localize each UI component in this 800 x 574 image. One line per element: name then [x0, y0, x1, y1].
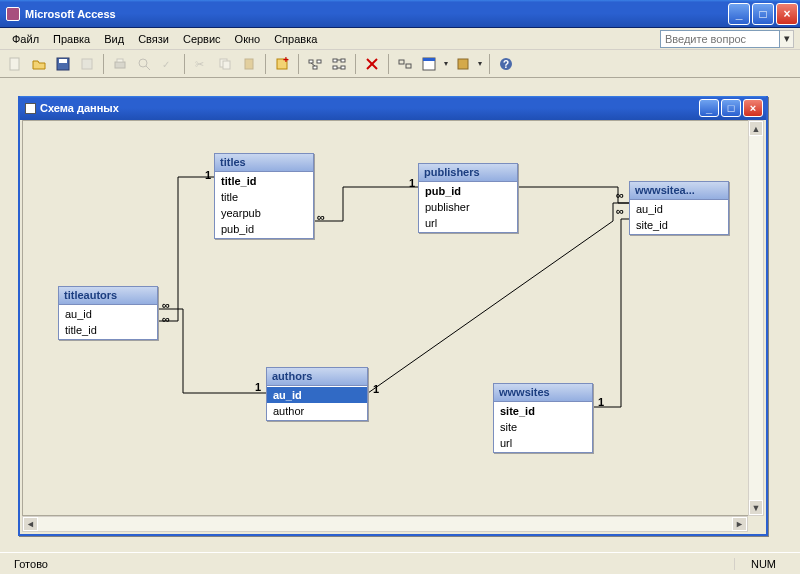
- table-header[interactable]: authors: [267, 368, 367, 386]
- child-minimize-button[interactable]: _: [699, 99, 719, 117]
- field-pub_id[interactable]: pub_id: [419, 183, 517, 199]
- table-header[interactable]: titleautors: [59, 287, 157, 305]
- table-header[interactable]: publishers: [419, 164, 517, 182]
- field-pub_id[interactable]: pub_id: [215, 221, 313, 237]
- field-title_id[interactable]: title_id: [59, 322, 157, 338]
- field-title_id[interactable]: title_id: [215, 173, 313, 189]
- new-object-icon[interactable]: [452, 53, 474, 75]
- toolbar: ✓ ✂ + ▾ ▾ ?: [0, 50, 800, 78]
- menu-view[interactable]: Вид: [98, 31, 130, 47]
- mdi-client: Схема данных _ □ ×: [0, 78, 800, 552]
- field-site_id[interactable]: site_id: [494, 403, 592, 419]
- dropdown-icon[interactable]: ▾: [442, 59, 450, 68]
- save-as-icon[interactable]: [76, 53, 98, 75]
- menu-help[interactable]: Справка: [268, 31, 323, 47]
- open-icon[interactable]: [28, 53, 50, 75]
- svg-rect-5: [117, 59, 123, 62]
- scroll-down-icon[interactable]: ▼: [749, 500, 763, 515]
- field-url[interactable]: url: [494, 435, 592, 451]
- scroll-left-icon[interactable]: ◄: [23, 517, 38, 531]
- field-url[interactable]: url: [419, 215, 517, 231]
- close-button[interactable]: ×: [776, 3, 798, 25]
- svg-rect-16: [317, 60, 321, 63]
- scroll-right-icon[interactable]: ►: [732, 517, 747, 531]
- field-site_id[interactable]: site_id: [630, 217, 728, 233]
- new-icon[interactable]: [4, 53, 26, 75]
- table-header[interactable]: wwwsites: [494, 384, 592, 402]
- print-icon[interactable]: [109, 53, 131, 75]
- preview-icon[interactable]: [133, 53, 155, 75]
- table-wwwsites[interactable]: wwwsitessite_idsiteurl: [493, 383, 593, 453]
- svg-line-7: [146, 66, 150, 70]
- menu-window[interactable]: Окно: [229, 31, 267, 47]
- scroll-up-icon[interactable]: ▲: [749, 121, 763, 136]
- menu-tools[interactable]: Сервис: [177, 31, 227, 47]
- child-maximize-button[interactable]: □: [721, 99, 741, 117]
- svg-rect-31: [458, 59, 468, 69]
- svg-rect-30: [423, 58, 435, 61]
- field-publisher[interactable]: publisher: [419, 199, 517, 215]
- svg-rect-3: [82, 59, 92, 69]
- spellcheck-icon[interactable]: ✓: [157, 53, 179, 75]
- help-search-input[interactable]: [660, 30, 780, 48]
- cardinality-many: ∞: [616, 189, 624, 201]
- horizontal-scrollbar[interactable]: ◄ ►: [22, 516, 748, 532]
- db-window-icon[interactable]: [418, 53, 440, 75]
- maximize-button[interactable]: □: [752, 3, 774, 25]
- help-icon[interactable]: ?: [495, 53, 517, 75]
- field-yearpub[interactable]: yearpub: [215, 205, 313, 221]
- menu-file[interactable]: Файл: [6, 31, 45, 47]
- cardinality-many: ∞: [317, 211, 325, 223]
- table-titles[interactable]: titlestitle_idtitleyearpubpub_id: [214, 153, 314, 239]
- cardinality-one: 1: [373, 383, 379, 395]
- help-dropdown[interactable]: ▾: [780, 30, 794, 48]
- child-titlebar[interactable]: Схема данных _ □ ×: [20, 96, 766, 120]
- table-header[interactable]: titles: [215, 154, 313, 172]
- cut-icon[interactable]: ✂: [190, 53, 212, 75]
- table-publishers[interactable]: publisherspub_idpublisherurl: [418, 163, 518, 233]
- show-all-icon[interactable]: [328, 53, 350, 75]
- cardinality-one: 1: [598, 396, 604, 408]
- child-title: Схема данных: [40, 102, 119, 114]
- svg-rect-22: [341, 66, 345, 69]
- save-icon[interactable]: [52, 53, 74, 75]
- menu-relations[interactable]: Связи: [132, 31, 175, 47]
- cardinality-many: ∞: [616, 205, 624, 217]
- app-icon: [6, 7, 20, 21]
- svg-rect-12: [245, 59, 253, 69]
- svg-rect-2: [59, 59, 67, 63]
- menu-edit[interactable]: Правка: [47, 31, 96, 47]
- svg-text:✂: ✂: [195, 58, 204, 70]
- field-title[interactable]: title: [215, 189, 313, 205]
- field-au_id[interactable]: au_id: [630, 201, 728, 217]
- minimize-button[interactable]: _: [728, 3, 750, 25]
- table-titleautors[interactable]: titleautorsau_idtitle_id: [58, 286, 158, 340]
- delete-icon[interactable]: [361, 53, 383, 75]
- svg-rect-27: [399, 60, 404, 64]
- field-au_id[interactable]: au_id: [267, 387, 367, 403]
- svg-rect-0: [10, 58, 19, 70]
- dropdown-icon[interactable]: ▾: [476, 59, 484, 68]
- svg-point-6: [139, 59, 147, 67]
- show-table-icon[interactable]: +: [271, 53, 293, 75]
- cardinality-one: 1: [255, 381, 261, 393]
- svg-text:✓: ✓: [162, 59, 170, 70]
- statusbar: Готово NUM: [0, 552, 800, 574]
- child-close-button[interactable]: ×: [743, 99, 763, 117]
- relationships-window[interactable]: Схема данных _ □ ×: [18, 96, 768, 536]
- relationships-canvas[interactable]: 1 ∞ ∞ 1 ∞ 1 1 ∞ ∞ 1 titleautorsau_idtitl…: [22, 120, 764, 516]
- cardinality-one: 1: [205, 169, 211, 181]
- table-authors[interactable]: authorsau_idauthor: [266, 367, 368, 421]
- field-site[interactable]: site: [494, 419, 592, 435]
- paste-icon[interactable]: [238, 53, 260, 75]
- copy-icon[interactable]: [214, 53, 236, 75]
- field-au_id[interactable]: au_id: [59, 306, 157, 322]
- table-header[interactable]: wwwsitea...: [630, 182, 728, 200]
- clear-layout-icon[interactable]: [394, 53, 416, 75]
- svg-rect-21: [333, 66, 337, 69]
- field-author[interactable]: author: [267, 403, 367, 419]
- show-direct-icon[interactable]: [304, 53, 326, 75]
- vertical-scrollbar[interactable]: ▲ ▼: [748, 120, 764, 516]
- table-wwwsitea[interactable]: wwwsitea...au_idsite_id: [629, 181, 729, 235]
- app-title: Microsoft Access: [25, 8, 116, 20]
